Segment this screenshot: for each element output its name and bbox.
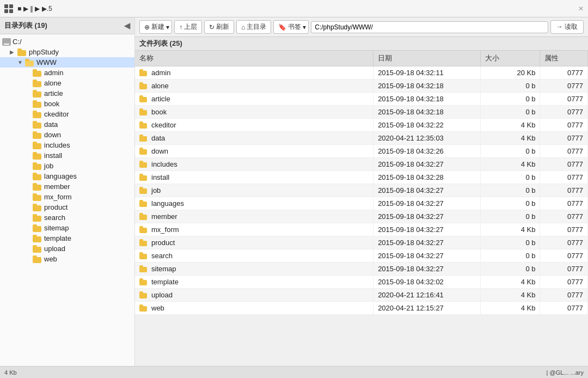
folder-icon bbox=[139, 95, 148, 102]
new-button[interactable]: ⊕ 新建 ▾ bbox=[139, 20, 172, 34]
col-header-attr[interactable]: 属性 bbox=[540, 51, 588, 66]
sidebar-item-label: phpStudy bbox=[29, 48, 59, 56]
table-row[interactable]: data2020-04-21 12:35:034 Kb0777 bbox=[135, 132, 588, 145]
file-size: 0 b bbox=[481, 80, 540, 93]
close-icon[interactable]: ✕ bbox=[578, 5, 584, 13]
table-row[interactable]: upload2020-04-21 12:16:414 Kb0777 bbox=[135, 289, 588, 302]
home-button[interactable]: ⌂ 主目录 bbox=[236, 20, 271, 34]
folder-icon bbox=[33, 69, 42, 77]
sidebar-item-web[interactable]: web bbox=[0, 254, 134, 264]
table-row[interactable]: search2015-09-18 04:32:270 b0777 bbox=[135, 249, 588, 263]
file-name: sitemap bbox=[151, 265, 176, 273]
table-row[interactable]: member2015-09-18 04:32:270 b0777 bbox=[135, 210, 588, 223]
file-name: includes bbox=[151, 160, 177, 168]
sidebar-item-alone[interactable]: alone bbox=[0, 78, 134, 88]
table-row[interactable]: product2015-09-18 04:32:270 b0777 bbox=[135, 236, 588, 249]
file-attr: 0777 bbox=[540, 289, 588, 302]
folder-icon bbox=[33, 131, 42, 139]
table-row[interactable]: article2015-09-18 04:32:180 b0777 bbox=[135, 93, 588, 106]
go-button[interactable]: → 读取 bbox=[550, 20, 584, 34]
col-header-date[interactable]: 日期 bbox=[373, 51, 481, 66]
statusbar-info: 4 Kb bbox=[4, 369, 17, 376]
sidebar-item-upload[interactable]: upload bbox=[0, 243, 134, 254]
sidebar-item-admin[interactable]: admin bbox=[0, 68, 134, 78]
sidebar-item-book[interactable]: book bbox=[0, 99, 134, 109]
sidebar-item-sitemap[interactable]: sitemap bbox=[0, 223, 134, 233]
sidebar-item-includes[interactable]: includes bbox=[0, 140, 134, 150]
file-size: 0 b bbox=[481, 263, 540, 276]
folder-open-icon bbox=[25, 59, 35, 66]
file-attr: 0777 bbox=[540, 66, 588, 80]
folder-icon bbox=[33, 224, 42, 232]
topbar: ■ ▶ ‖ ▶ ▶.5 ✕ bbox=[0, 0, 588, 17]
sidebar-item-article[interactable]: article bbox=[0, 88, 134, 99]
sidebar-item-languages[interactable]: languages bbox=[0, 171, 134, 181]
sidebar-item-down[interactable]: down bbox=[0, 130, 134, 140]
table-row[interactable]: down2015-09-18 04:32:260 b0777 bbox=[135, 145, 588, 158]
sidebar-item-label: article bbox=[44, 89, 63, 97]
path-input[interactable] bbox=[311, 21, 548, 33]
sidebar-item-job[interactable]: job bbox=[0, 161, 134, 171]
sidebar-item-label: ckeditor bbox=[44, 110, 69, 118]
file-date: 2015-09-18 04:32:27 bbox=[373, 236, 481, 249]
file-date: 2015-09-18 04:32:27 bbox=[373, 223, 481, 236]
table-row[interactable]: alone2015-09-18 04:32:180 b0777 bbox=[135, 80, 588, 93]
file-name: alone bbox=[151, 82, 169, 90]
statusbar-right: | @GL... ...ary bbox=[547, 369, 584, 376]
file-date: 2020-04-21 12:16:41 bbox=[373, 289, 481, 302]
sidebar: 目录列表 (19) ◀ C:/▶phpStudy▼WWWadminalonear… bbox=[0, 17, 135, 366]
file-date: 2015-09-18 04:32:18 bbox=[373, 106, 481, 119]
folder-icon bbox=[33, 142, 42, 149]
sidebar-item-c[interactable]: C:/ bbox=[0, 36, 134, 47]
file-name: search bbox=[151, 252, 173, 260]
file-attr: 0777 bbox=[540, 158, 588, 171]
sidebar-item-label: book bbox=[44, 100, 59, 108]
sidebar-item-label: C:/ bbox=[13, 38, 22, 46]
up-button[interactable]: ↑ 上层 bbox=[174, 20, 202, 34]
file-name: install bbox=[151, 173, 169, 181]
sidebar-item-template[interactable]: template bbox=[0, 233, 134, 243]
sidebar-item-install[interactable]: install bbox=[0, 150, 134, 161]
folder-icon bbox=[139, 252, 148, 259]
bookmark-dropdown-icon: ▾ bbox=[303, 23, 306, 31]
table-row[interactable]: admin2015-09-18 04:32:1120 Kb0777 bbox=[135, 66, 588, 80]
table-row[interactable]: job2015-09-18 04:32:270 b0777 bbox=[135, 184, 588, 197]
sidebar-item-phpstudy[interactable]: ▶phpStudy bbox=[0, 47, 134, 57]
filelist-panel: 文件列表 (25) 名称 日期 大小 属性 admin2015-09-18 04… bbox=[135, 37, 588, 366]
folder-icon bbox=[33, 80, 42, 87]
path-area bbox=[311, 21, 548, 33]
sidebar-item-search[interactable]: search bbox=[0, 212, 134, 223]
table-row[interactable]: mx_form2015-09-18 04:32:274 Kb0777 bbox=[135, 223, 588, 236]
sidebar-item-www[interactable]: ▼WWW bbox=[0, 57, 134, 68]
file-date: 2015-09-18 04:32:27 bbox=[373, 263, 481, 276]
file-attr: 0777 bbox=[540, 223, 588, 236]
sidebar-item-ckeditor[interactable]: ckeditor bbox=[0, 109, 134, 119]
table-row[interactable]: sitemap2015-09-18 04:32:270 b0777 bbox=[135, 263, 588, 276]
bookmark-button[interactable]: 🔖 书签 ▾ bbox=[273, 20, 309, 34]
sidebar-item-data[interactable]: data bbox=[0, 119, 134, 130]
table-row[interactable]: web2020-04-21 12:15:274 Kb0777 bbox=[135, 302, 588, 315]
table-row[interactable]: includes2015-09-18 04:32:274 Kb0777 bbox=[135, 158, 588, 171]
file-attr: 0777 bbox=[540, 145, 588, 158]
sidebar-item-member[interactable]: member bbox=[0, 181, 134, 192]
folder-icon bbox=[33, 100, 42, 108]
file-size: 4 Kb bbox=[481, 223, 540, 236]
col-header-size[interactable]: 大小 bbox=[481, 51, 540, 66]
table-row[interactable]: ckeditor2015-09-18 04:32:224 Kb0777 bbox=[135, 119, 588, 132]
filelist-table-container[interactable]: 名称 日期 大小 属性 admin2015-09-18 04:32:1120 K… bbox=[135, 51, 588, 366]
sidebar-item-label: sitemap bbox=[44, 224, 69, 232]
file-date: 2015-09-18 04:32:27 bbox=[373, 210, 481, 223]
file-size: 0 b bbox=[481, 106, 540, 119]
table-row[interactable]: install2015-09-18 04:32:280 b0777 bbox=[135, 171, 588, 184]
table-row[interactable]: template2015-09-18 04:32:024 Kb0777 bbox=[135, 276, 588, 289]
table-row[interactable]: languages2015-09-18 04:32:270 b0777 bbox=[135, 197, 588, 210]
file-attr: 0777 bbox=[540, 106, 588, 119]
folder-icon bbox=[139, 174, 148, 181]
table-row[interactable]: book2015-09-18 04:32:180 b0777 bbox=[135, 106, 588, 119]
sidebar-item-product[interactable]: product bbox=[0, 202, 134, 212]
sidebar-item-mx_form[interactable]: mx_form bbox=[0, 192, 134, 202]
col-header-name[interactable]: 名称 bbox=[135, 51, 373, 66]
refresh-button[interactable]: ↻ 刷新 bbox=[204, 20, 234, 34]
file-date: 2020-04-21 12:35:03 bbox=[373, 132, 481, 145]
sidebar-collapse-button[interactable]: ◀ bbox=[124, 21, 130, 30]
